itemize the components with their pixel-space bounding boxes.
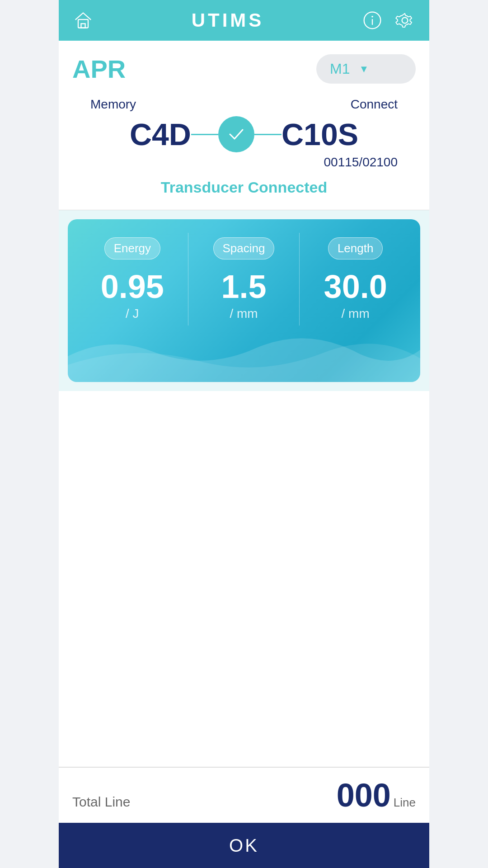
metrics-grid: Energy 0.95 / J Spacing 1.5 / mm Length … — [77, 233, 411, 326]
svg-point-4 — [371, 16, 373, 18]
main-content: APR M1 ▼ Memory Connect C4D C1 — [59, 41, 429, 868]
spacing-unit: / mm — [230, 307, 258, 321]
length-value: 30.0 — [324, 270, 387, 303]
settings-button[interactable] — [394, 9, 416, 31]
header-right-icons — [361, 9, 416, 31]
total-line-unit: Line — [394, 796, 416, 810]
apr-label: APR — [72, 54, 126, 84]
svg-rect-1 — [81, 24, 85, 28]
spacing-value: 1.5 — [221, 270, 266, 303]
length-column: Length 30.0 / mm — [300, 233, 411, 326]
left-connection-line — [191, 134, 218, 135]
memory-code: C4D — [130, 117, 191, 152]
metrics-section: Energy 0.95 / J Spacing 1.5 / mm Length … — [59, 210, 429, 391]
ok-button[interactable]: OK — [59, 823, 429, 868]
apr-row: APR M1 ▼ — [72, 54, 416, 84]
mode-dropdown[interactable]: M1 ▼ — [316, 54, 416, 84]
connect-code: C10S — [282, 117, 358, 152]
connect-label: Connect — [351, 97, 398, 112]
total-line-value: 000 — [337, 777, 391, 814]
total-line-value-row: 000 Line — [337, 777, 416, 814]
serial-number: 00115/02100 — [72, 155, 416, 170]
home-icon — [73, 10, 93, 30]
connection-section: Memory Connect C4D C10S 00115/02100 — [72, 97, 416, 170]
connection-row: C4D C10S — [72, 116, 416, 152]
energy-value: 0.95 — [101, 270, 164, 303]
memory-label: Memory — [90, 97, 136, 112]
transducer-status: Transducer Connected — [72, 179, 416, 196]
ok-label: OK — [229, 835, 259, 856]
right-connection-line — [254, 134, 282, 135]
connection-labels: Memory Connect — [72, 97, 416, 112]
spacing-label: Spacing — [213, 237, 275, 259]
svg-point-5 — [402, 18, 408, 24]
energy-unit: / J — [126, 307, 139, 321]
total-line-section: Total Line 000 Line — [59, 767, 429, 823]
header: UTIMS — [59, 0, 429, 41]
info-button[interactable] — [361, 9, 383, 31]
total-line-label: Total Line — [72, 794, 130, 810]
energy-column: Energy 0.95 / J — [77, 233, 188, 326]
wave-decoration — [68, 330, 420, 382]
metrics-card: Energy 0.95 / J Spacing 1.5 / mm Length … — [68, 219, 420, 382]
check-circle — [218, 116, 254, 152]
spacing-column: Spacing 1.5 / mm — [188, 233, 300, 326]
length-unit: / mm — [342, 307, 370, 321]
length-label: Length — [328, 237, 383, 259]
empty-section — [59, 391, 429, 767]
settings-icon — [395, 10, 415, 30]
mode-value: M1 — [330, 61, 350, 77]
chevron-down-icon: ▼ — [359, 63, 369, 75]
home-button[interactable] — [72, 9, 94, 31]
info-icon — [362, 10, 382, 30]
energy-label: Energy — [104, 237, 160, 259]
check-icon — [226, 124, 246, 144]
app-title: UTIMS — [192, 9, 264, 31]
top-section: APR M1 ▼ Memory Connect C4D C1 — [59, 41, 429, 210]
